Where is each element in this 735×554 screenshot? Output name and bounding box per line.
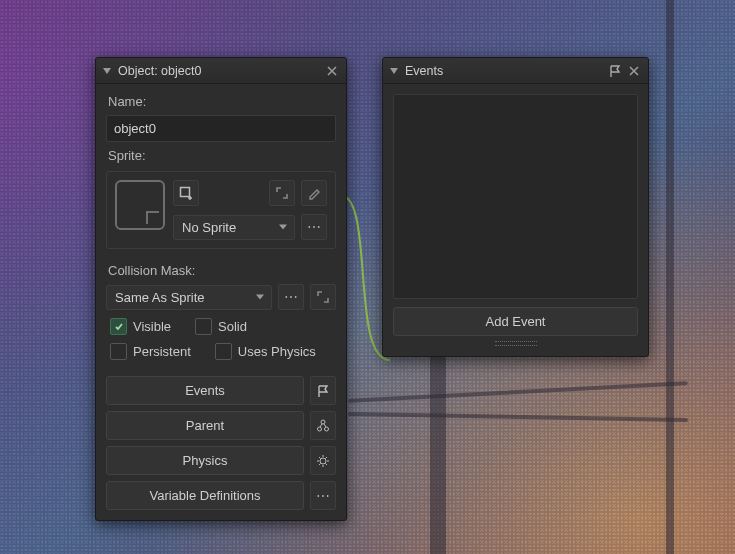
svg-point-3 bbox=[325, 427, 329, 431]
collision-edit-button[interactable] bbox=[310, 284, 336, 310]
close-icon[interactable] bbox=[326, 65, 338, 77]
object-panel-body: Name: Sprite: bbox=[96, 84, 346, 520]
ellipsis-icon: ⋯ bbox=[316, 489, 330, 503]
events-panel: Events Add Event bbox=[382, 57, 649, 357]
flag-icon bbox=[316, 384, 330, 398]
visible-checkbox[interactable]: Visible bbox=[110, 318, 171, 335]
sprite-dropdown[interactable]: No Sprite bbox=[173, 215, 295, 240]
svg-point-1 bbox=[321, 420, 325, 424]
svg-point-2 bbox=[318, 427, 322, 431]
sprite-label: Sprite: bbox=[106, 148, 336, 163]
events-panel-titlebar[interactable]: Events bbox=[383, 58, 648, 84]
new-sprite-button[interactable] bbox=[173, 180, 199, 206]
events-button-label: Events bbox=[185, 383, 225, 398]
object-panel-titlebar[interactable]: Object: object0 bbox=[96, 58, 346, 84]
flag-icon bbox=[608, 64, 622, 78]
object-panel-title: Object: object0 bbox=[118, 64, 201, 78]
ellipsis-icon: ⋯ bbox=[284, 290, 298, 304]
vardefs-button-label: Variable Definitions bbox=[149, 488, 260, 503]
events-button[interactable]: Events bbox=[106, 376, 304, 405]
events-panel-body: Add Event bbox=[383, 84, 648, 356]
physics-button[interactable]: Physics bbox=[106, 446, 304, 475]
parent-icon-button[interactable] bbox=[310, 411, 336, 440]
pencil-icon bbox=[307, 186, 321, 200]
collision-more-button[interactable]: ⋯ bbox=[278, 284, 304, 310]
parent-button-label: Parent bbox=[186, 418, 224, 433]
background-wire bbox=[348, 381, 688, 403]
sprite-preview[interactable] bbox=[115, 180, 165, 230]
svg-point-4 bbox=[320, 458, 326, 464]
events-panel-flag[interactable] bbox=[608, 64, 622, 78]
close-icon[interactable] bbox=[628, 65, 640, 77]
zoom-sprite-button[interactable] bbox=[269, 180, 295, 206]
persistent-checkbox[interactable]: Persistent bbox=[110, 343, 191, 360]
add-event-button[interactable]: Add Event bbox=[393, 307, 638, 336]
vardefs-more-button[interactable]: ⋯ bbox=[310, 481, 336, 510]
background-pole bbox=[666, 0, 674, 554]
events-list[interactable] bbox=[393, 94, 638, 299]
svg-rect-0 bbox=[181, 188, 190, 197]
add-event-label: Add Event bbox=[486, 314, 546, 329]
solid-checkbox[interactable]: Solid bbox=[195, 318, 247, 335]
uses-physics-checkbox[interactable]: Uses Physics bbox=[215, 343, 316, 360]
sprite-group: No Sprite ⋯ bbox=[106, 171, 336, 249]
gear-icon bbox=[316, 454, 330, 468]
collapse-icon bbox=[102, 66, 112, 76]
expand-icon bbox=[275, 186, 289, 200]
collision-mask-value: Same As Sprite bbox=[115, 290, 205, 305]
object-editor-panel: Object: object0 Name: Sprite: bbox=[95, 57, 347, 521]
name-field[interactable] bbox=[106, 115, 336, 142]
solid-label: Solid bbox=[218, 319, 247, 334]
collision-mask-dropdown[interactable]: Same As Sprite bbox=[106, 285, 272, 310]
events-flag-button[interactable] bbox=[310, 376, 336, 405]
collapse-icon bbox=[389, 66, 399, 76]
persistent-label: Persistent bbox=[133, 344, 191, 359]
background-pole bbox=[430, 350, 446, 554]
collision-mask-label: Collision Mask: bbox=[106, 263, 336, 278]
new-sprite-icon bbox=[179, 186, 193, 200]
parent-button[interactable]: Parent bbox=[106, 411, 304, 440]
physics-icon-button[interactable] bbox=[310, 446, 336, 475]
ellipsis-icon: ⋯ bbox=[307, 220, 321, 234]
name-label: Name: bbox=[106, 94, 336, 109]
background-wire bbox=[348, 412, 688, 422]
uses-physics-label: Uses Physics bbox=[238, 344, 316, 359]
edit-sprite-button[interactable] bbox=[301, 180, 327, 206]
physics-button-label: Physics bbox=[183, 453, 228, 468]
variable-definitions-button[interactable]: Variable Definitions bbox=[106, 481, 304, 510]
visible-label: Visible bbox=[133, 319, 171, 334]
expand-icon bbox=[316, 290, 330, 304]
sprite-dropdown-value: No Sprite bbox=[182, 220, 236, 235]
events-panel-title: Events bbox=[405, 64, 443, 78]
hierarchy-icon bbox=[316, 419, 330, 433]
sprite-more-button[interactable]: ⋯ bbox=[301, 214, 327, 240]
panel-resize-handle[interactable] bbox=[393, 340, 638, 346]
